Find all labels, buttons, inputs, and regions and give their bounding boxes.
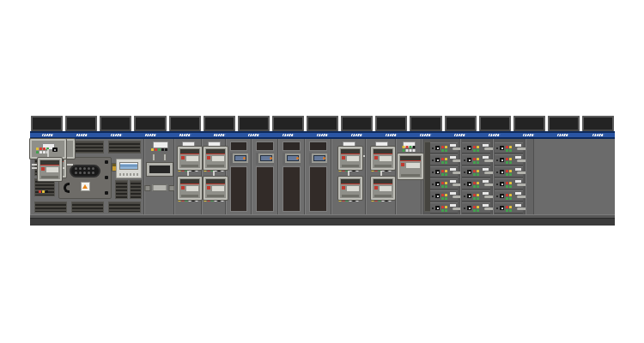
- led-g: [477, 197, 479, 200]
- status-led-cluster: [403, 146, 416, 152]
- led-w: [410, 149, 412, 152]
- led-r: [506, 158, 508, 160]
- mimic-drop-line: [348, 171, 349, 177]
- led-r: [473, 194, 476, 196]
- drawer-label: [450, 156, 456, 159]
- brand-wordmark: [443, 133, 477, 137]
- acb-trip-button: [181, 186, 185, 190]
- acb-trip-button: [374, 156, 378, 159]
- mcc-drawer: [462, 166, 490, 178]
- led-r: [441, 206, 444, 208]
- led-y: [509, 194, 512, 196]
- connector-pin: [83, 172, 86, 174]
- led-g: [441, 185, 444, 188]
- door-hinge: [105, 176, 108, 179]
- drawer-screw: [496, 184, 498, 185]
- led-g: [36, 151, 39, 153]
- fuse-link: [163, 153, 167, 161]
- brand-wordmark: [270, 133, 305, 137]
- led-g: [473, 149, 476, 152]
- top-cover: [169, 116, 201, 131]
- led-g: [506, 209, 508, 212]
- drawer-switch: [500, 158, 504, 162]
- connector-pin: [79, 172, 82, 174]
- air-circuit-breaker-lower: [338, 177, 362, 200]
- connector-pin: [88, 172, 90, 174]
- led-g: [509, 161, 512, 164]
- drawer-switch: [500, 146, 504, 150]
- led-k: [413, 146, 416, 148]
- led-k: [46, 190, 48, 193]
- connector-pin: [92, 167, 94, 170]
- drawer-led-cluster: [473, 194, 479, 200]
- unit-latch: [144, 185, 150, 191]
- led-g: [441, 197, 444, 200]
- led-r: [473, 206, 476, 208]
- door-hinge: [105, 191, 108, 195]
- top-cover: [375, 116, 407, 131]
- hmi-screen: [233, 153, 248, 163]
- led-g: [477, 161, 479, 164]
- acb-base: [401, 174, 420, 177]
- connector-pin: [79, 167, 82, 170]
- brand-wordmark-icon: [110, 134, 122, 136]
- led-g: [477, 149, 479, 152]
- brand-wordmark-icon: [489, 134, 501, 136]
- drawer-switch: [435, 206, 440, 210]
- led-k: [161, 148, 164, 151]
- led-r: [473, 146, 476, 148]
- cabinet-body-row: [30, 139, 615, 214]
- acb-base: [41, 176, 58, 178]
- led-y: [509, 182, 512, 184]
- led-r: [441, 158, 444, 160]
- mcc-drawer: [495, 202, 523, 214]
- drawer-label: [450, 180, 456, 183]
- led-g: [410, 146, 412, 148]
- led-y: [445, 170, 447, 172]
- acb-rating-label: [380, 186, 392, 191]
- drawer-label: [483, 144, 489, 147]
- air-circuit-breaker-lower: [204, 177, 228, 200]
- led-w: [39, 151, 42, 153]
- air-circuit-breaker: [38, 158, 62, 181]
- status-led-cluster: [151, 148, 167, 151]
- drawer-led-cluster: [441, 194, 447, 200]
- door-hinge: [105, 160, 108, 164]
- led-r: [406, 146, 409, 148]
- led-g: [445, 209, 447, 212]
- display-screen: [119, 162, 138, 170]
- acb-header: [400, 156, 421, 161]
- mcc-drawer: [495, 178, 523, 190]
- brand-wordmark-icon: [557, 134, 569, 136]
- air-circuit-breaker-upper: [204, 147, 228, 170]
- led-y: [509, 158, 512, 160]
- connector-pin: [83, 167, 86, 170]
- brand-wordmark-icon: [213, 134, 225, 136]
- metering-section: [144, 139, 174, 214]
- mcc-drawer: [430, 202, 458, 214]
- air-circuit-breaker-upper: [338, 147, 362, 170]
- acb-base: [207, 195, 224, 197]
- door-led-cluster: [39, 190, 48, 193]
- drawer-switch: [467, 182, 471, 186]
- air-circuit-breaker-upper: [371, 147, 395, 170]
- brand-wordmark-icon: [420, 134, 432, 136]
- acb-header: [180, 179, 199, 184]
- withdrawable-unit: [144, 184, 174, 191]
- led-r: [473, 182, 476, 184]
- louver-vent: [115, 180, 128, 199]
- drawer-switch: [500, 194, 504, 198]
- brand-wordmark: [167, 133, 202, 137]
- brand-wordmark: [374, 133, 409, 137]
- drawer-screw: [464, 184, 465, 185]
- led-g: [506, 197, 508, 200]
- acb-rating-label: [186, 156, 198, 161]
- drive-section: [252, 139, 278, 214]
- brand-wordmark: [580, 133, 615, 137]
- drawer-switch: [435, 146, 440, 150]
- drawer-screw: [432, 147, 434, 149]
- drive-door: [230, 166, 247, 212]
- led-r: [155, 148, 157, 151]
- louver-vent: [34, 178, 55, 196]
- led-g: [445, 161, 447, 164]
